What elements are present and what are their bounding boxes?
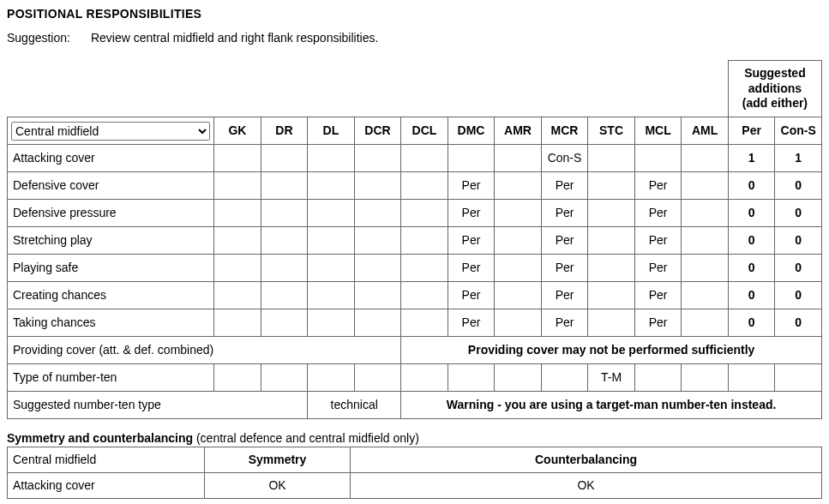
cell <box>261 281 308 309</box>
cell <box>682 254 729 281</box>
cell <box>214 309 261 336</box>
col-head: MCR <box>541 117 588 144</box>
column-header-row: Central midfield GK DR DL DCR DCL DMC AM… <box>8 117 822 144</box>
col-head: Per <box>728 117 775 144</box>
cell <box>308 199 355 226</box>
cell <box>214 281 261 309</box>
per-cell: 1 <box>728 144 775 171</box>
counterbalancing-col-head: Counterbalancing <box>351 447 822 472</box>
suggestion-text: Review central midfield and right flank … <box>91 31 378 45</box>
col-head: Con-S <box>775 117 822 144</box>
cell: Per <box>541 254 588 281</box>
col-head: STC <box>588 117 635 144</box>
per-cell: 0 <box>728 309 775 336</box>
cons-cell: 0 <box>775 199 822 226</box>
cell <box>541 363 588 391</box>
cell <box>354 171 401 199</box>
cell: Per <box>541 199 588 226</box>
symmetry-value: OK <box>205 472 351 498</box>
counterbalancing-value: OK <box>351 472 822 498</box>
cell <box>401 144 448 171</box>
cell <box>214 171 261 199</box>
row-label: Playing safe <box>8 254 214 281</box>
table-row: Playing safePerPerPer00 <box>8 254 822 281</box>
per-cell <box>728 363 775 391</box>
cell <box>308 226 355 254</box>
col-head: DCR <box>354 117 401 144</box>
cell <box>634 363 682 391</box>
col-head: DCL <box>401 117 448 144</box>
symmetry-row: Attacking cover OK OK <box>8 472 822 498</box>
cell: Per <box>448 281 495 309</box>
cell: Per <box>634 309 682 336</box>
cell <box>495 254 542 281</box>
suggested-ten-value: technical <box>308 391 401 418</box>
symmetry-title: Symmetry and counterbalancing (central d… <box>7 431 822 445</box>
cell <box>495 226 542 254</box>
cell <box>261 144 308 171</box>
col-head: GK <box>214 117 261 144</box>
row-label: Creating chances <box>8 281 214 309</box>
cell <box>682 226 729 254</box>
cons-cell <box>775 363 822 391</box>
suggested-line1: Suggested <box>732 66 818 81</box>
table-row: Defensive coverPerPerPer00 <box>8 171 822 199</box>
symmetry-table: Central midfield Symmetry Counterbalanci… <box>7 447 822 499</box>
cell: Per <box>634 171 682 199</box>
suggested-header-row: Suggested additions (add either) <box>8 61 822 117</box>
cons-cell: 0 <box>775 254 822 281</box>
cell <box>308 254 355 281</box>
cell <box>448 363 495 391</box>
cell <box>588 226 635 254</box>
symmetry-group-label: Central midfield <box>8 447 205 472</box>
col-head: DL <box>308 117 355 144</box>
per-cell: 0 <box>728 281 775 309</box>
suggested-line3: (add either) <box>732 96 818 111</box>
providing-cover-message: Providing cover may not be performed suf… <box>401 336 822 363</box>
cell <box>401 254 448 281</box>
cell: Con-S <box>541 144 588 171</box>
cell <box>682 363 729 391</box>
row-label: Stretching play <box>8 226 214 254</box>
suggested-ten-row: Suggested number-ten type technical Warn… <box>8 391 822 418</box>
cell <box>495 363 542 391</box>
cell <box>261 363 308 391</box>
per-cell: 0 <box>728 199 775 226</box>
area-dropdown[interactable]: Central midfield <box>11 122 210 141</box>
cell <box>495 309 542 336</box>
cell <box>401 281 448 309</box>
table-row: Attacking coverCon-S11 <box>8 144 822 171</box>
cell <box>261 309 308 336</box>
cell <box>354 281 401 309</box>
cell: Per <box>634 254 682 281</box>
cell: Per <box>541 171 588 199</box>
symmetry-title-bold: Symmetry and counterbalancing <box>7 431 193 445</box>
cell <box>588 144 635 171</box>
type-ten-label: Type of number-ten <box>8 363 214 391</box>
cell: Per <box>448 226 495 254</box>
cell <box>214 199 261 226</box>
cell <box>401 171 448 199</box>
cell: Per <box>541 226 588 254</box>
col-head: MCL <box>634 117 682 144</box>
cell <box>682 309 729 336</box>
cell <box>495 199 542 226</box>
table-row: Creating chancesPerPerPer00 <box>8 281 822 309</box>
col-head: AMR <box>495 117 542 144</box>
cell <box>448 144 495 171</box>
cell <box>588 254 635 281</box>
cell <box>354 309 401 336</box>
cell <box>308 363 355 391</box>
cell <box>401 363 448 391</box>
cell: Per <box>448 254 495 281</box>
table-row: Defensive pressurePerPerPer00 <box>8 199 822 226</box>
symmetry-header-row: Central midfield Symmetry Counterbalanci… <box>8 447 822 472</box>
cons-cell: 0 <box>775 171 822 199</box>
row-label: Defensive pressure <box>8 199 214 226</box>
suggestion-label: Suggestion: <box>7 31 70 45</box>
suggested-ten-message: Warning - you are using a target-man num… <box>401 391 822 418</box>
cell <box>401 309 448 336</box>
providing-cover-label: Providing cover (att. & def. combined) <box>8 336 401 363</box>
cell <box>401 199 448 226</box>
symmetry-col-head: Symmetry <box>205 447 351 472</box>
